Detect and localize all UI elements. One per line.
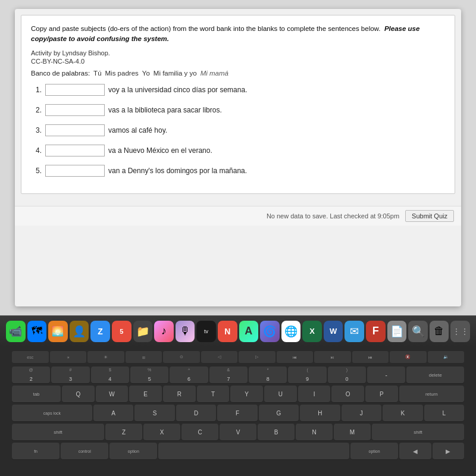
key-e[interactable]: E [129,386,162,402]
key-f9[interactable]: ⏭ [352,351,389,363]
key-d[interactable]: D [176,405,216,421]
dock-mail[interactable]: ✉ [345,321,364,342]
trash-icon: 🗑 [434,325,444,337]
key-u[interactable]: U [264,386,297,402]
key-space[interactable] [158,443,349,459]
status-text: No new data to save. Last checked at 9:0… [267,212,399,220]
key-2[interactable]: @ 2 [12,367,50,383]
word-bank: Banco de palabras: Tú Mis padres Yo Mi f… [31,70,445,77]
key-caps[interactable]: caps lock [12,405,92,421]
finder2-icon: 🔍 [412,325,425,338]
key-t[interactable]: T [197,386,230,402]
key-g[interactable]: G [259,405,299,421]
dock-spiral[interactable]: 🌀 [260,321,280,342]
dock-chrome[interactable]: 🌐 [281,321,301,342]
appletv-icon: tv [204,328,208,334]
key-3[interactable]: # 3 [51,367,89,383]
key-option-right[interactable]: option [350,443,398,459]
key-4[interactable]: $ 4 [91,367,129,383]
dock-accent[interactable]: A [239,321,259,342]
dock-finder2[interactable]: 🔍 [408,321,428,342]
key-p[interactable]: P [365,386,398,402]
dock-trash[interactable]: 🗑 [430,321,449,342]
dock-finder[interactable]: 📄 [387,321,407,342]
key-7[interactable]: & 7 [209,367,248,383]
dock-zoom[interactable]: Z [90,321,110,342]
answer-input-1[interactable] [45,84,105,96]
key-j[interactable]: J [342,405,381,421]
key-left[interactable]: ◀ [399,443,431,459]
dock-contacts[interactable]: 👤 [70,321,89,342]
key-h[interactable]: H [300,405,340,421]
fn-row: esc ☀ ☀ ⊞ ⊙ ◁ ▷ ⏮ ⏯ ⏭ 🔇 🔉 [12,351,464,363]
key-r[interactable]: R [163,386,196,402]
key-return[interactable]: return [399,386,464,402]
instructions-text: Copy and paste subjects (do-ers of the a… [31,24,445,45]
key-option[interactable]: option [109,443,157,459]
key-f11[interactable]: 🔉 [428,351,465,363]
key-m[interactable]: M [334,424,371,440]
key-q[interactable]: Q [62,386,95,402]
submit-button[interactable]: Submit Quiz [405,210,454,222]
keyboard: esc ☀ ☀ ⊞ ⊙ ◁ ▷ ⏮ ⏯ ⏭ 🔇 🔉 @ 2 # 3 $ 4 % … [0,346,476,476]
key-f[interactable]: F [217,405,257,421]
key-shift-left[interactable]: shift [12,424,104,440]
key-b[interactable]: B [258,424,295,440]
dock-music[interactable]: ♪ [154,321,174,342]
answer-input-2[interactable] [45,104,105,116]
key-0[interactable]: ) 0 [328,367,366,383]
sentence-row-3: 3. vamos al café hoy. [31,124,445,136]
key-8[interactable]: * 8 [249,367,287,383]
answer-input-5[interactable] [45,165,105,177]
dock-podcasts[interactable]: 🎙 [176,321,195,342]
key-f10[interactable]: 🔇 [390,351,427,363]
key-f5[interactable]: ◁ [201,351,238,363]
dock-facetime[interactable]: 📹 [6,321,26,342]
dock-appletv[interactable]: tv [196,321,216,342]
key-shift-right[interactable]: shift [372,424,464,440]
answer-input-4[interactable] [45,145,105,156]
dock-photos[interactable]: 🌅 [48,321,68,342]
key-9[interactable]: ( 9 [288,367,326,383]
dock-redapp[interactable]: F [366,321,386,342]
key-tab[interactable]: tab [12,386,61,402]
key-esc[interactable]: esc [12,351,49,363]
key-f4[interactable]: ⊙ [163,351,200,363]
key-z[interactable]: Z [105,424,142,440]
key-delete[interactable]: delete [406,367,464,383]
dock-word[interactable]: W [324,321,343,342]
key-f7[interactable]: ⏮ [277,351,314,363]
key-x[interactable]: X [143,424,180,440]
key-fn[interactable]: fn [12,443,60,459]
key-f8[interactable]: ⏯ [314,351,351,363]
key-i[interactable]: I [298,386,331,402]
key-f1[interactable]: ☀ [50,351,87,363]
key-l[interactable]: L [424,405,464,421]
key-y[interactable]: Y [230,386,263,402]
key-f2[interactable]: ☀ [87,351,124,363]
dock-news[interactable]: N [218,321,237,342]
key-f3[interactable]: ⊞ [126,351,162,363]
key-s[interactable]: S [134,405,174,421]
dock-grid[interactable]: ⋮⋮ [450,321,470,342]
key-n[interactable]: N [296,424,333,440]
key-c[interactable]: C [181,424,218,440]
key-right[interactable]: ▶ [433,443,464,459]
key-k[interactable]: K [383,405,422,421]
dock-files[interactable]: 📁 [133,321,153,342]
key-6[interactable]: ^ 6 [170,367,208,383]
dock-calendar[interactable]: 5 [112,321,131,342]
key-ctrl[interactable]: control [61,443,108,459]
key-v[interactable]: V [220,424,256,440]
key-a[interactable]: A [93,405,133,421]
key-f6[interactable]: ▷ [239,351,275,363]
key-w[interactable]: W [96,386,129,402]
zxcv-row: shift Z X C V B N M shift [12,424,464,440]
key-o[interactable]: O [331,386,364,402]
key-5[interactable]: % 5 [130,367,168,383]
news-icon: N [224,327,230,336]
key-minus[interactable]: - [367,367,405,383]
answer-input-3[interactable] [45,124,105,136]
dock-maps[interactable]: 🗺 [27,321,47,342]
dock-excel[interactable]: X [302,321,322,342]
